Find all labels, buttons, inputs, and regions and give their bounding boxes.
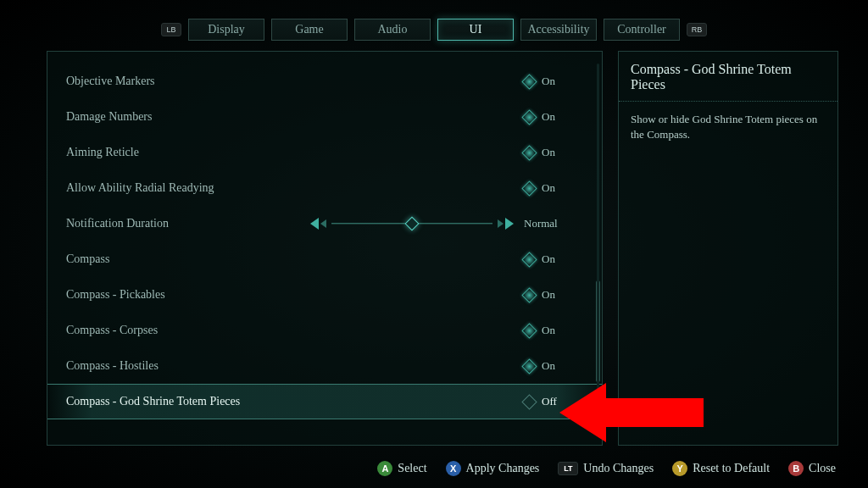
select-label: Select [398,462,426,475]
apply-label: Apply Changes [466,462,540,475]
slider-arrow-left-icon[interactable] [320,219,326,228]
setting-value: On [542,146,555,159]
b-button-icon: B [788,461,804,476]
slider-arrow-right-icon[interactable] [498,219,504,228]
diamond-toggle-icon [521,180,537,196]
x-button-icon: X [446,461,461,476]
apply-changes-prompt[interactable]: X Apply Changes [446,461,540,476]
tab-display[interactable]: Display [188,19,264,41]
setting-label: Compass - Hostiles [66,359,524,373]
setting-value: On [542,75,555,88]
reset-label: Reset to Default [693,462,770,475]
tab-ui[interactable]: UI [437,19,514,41]
undo-label: Undo Changes [583,462,654,475]
toggle-control[interactable]: On [524,359,583,373]
setting-value: On [542,110,555,124]
diamond-toggle-icon [521,394,537,409]
setting-row[interactable]: Aiming ReticleOn [47,135,602,170]
toggle-control[interactable]: On [524,146,583,159]
setting-value: On [542,324,555,337]
undo-changes-prompt[interactable]: LT Undo Changes [558,462,654,475]
setting-label: Aiming Reticle [66,146,524,159]
setting-value: On [542,181,555,195]
tab-accessibility[interactable]: Accessibility [520,19,597,41]
button-prompt-bar: A Select X Apply Changes LT Undo Changes… [0,461,868,476]
setting-row[interactable]: Compass - PickablesOn [47,277,602,313]
slider-thumb-icon[interactable] [405,217,420,231]
lb-bumper-icon[interactable]: LB [161,23,181,36]
setting-row[interactable]: Objective MarkersOn [47,64,602,99]
setting-value: Off [542,395,557,408]
lt-button-icon: LT [558,462,578,475]
toggle-control[interactable]: On [524,324,583,337]
slider-arrow-left-icon[interactable] [310,218,319,230]
setting-label: Compass - Pickables [66,288,524,302]
settings-tab-bar: LB DisplayGameAudioUIAccessibilityContro… [0,19,868,41]
toggle-control[interactable]: On [524,75,583,88]
description-body: Show or hide God Shrine Totem pieces on … [619,102,837,152]
setting-value: On [542,359,555,373]
reset-default-prompt[interactable]: Y Reset to Default [672,461,770,476]
notification-duration-slider[interactable] [310,216,514,231]
setting-label: Allow Ability Radial Readying [66,181,524,195]
setting-row[interactable]: Damage NumbersOn [47,99,602,135]
rb-bumper-icon[interactable]: RB [687,23,707,36]
slider-arrow-right-icon[interactable] [505,218,514,230]
setting-label: Compass - God Shrine Totem Pieces [66,395,524,408]
setting-row[interactable]: Compass - CorpsesOn [47,313,602,348]
setting-label: Notification Duration [66,217,293,230]
setting-row[interactable]: CompassOn [47,241,602,277]
diamond-toggle-icon [521,323,537,338]
toggle-control[interactable]: On [524,288,583,302]
setting-row[interactable]: Allow Ability Radial ReadyingOn [47,170,602,206]
setting-label: Damage Numbers [66,110,524,124]
diamond-toggle-icon [521,109,537,125]
tab-controller[interactable]: Controller [604,19,680,41]
setting-label: Compass - Corpses [66,324,524,337]
close-label: Close [809,462,836,475]
setting-label: Compass [66,252,524,266]
y-button-icon: Y [672,461,687,476]
settings-main: Objective MarkersOnDamage NumbersOnAimin… [47,51,838,446]
close-prompt[interactable]: B Close [788,461,836,476]
setting-value: On [542,252,555,266]
slider-track [331,223,492,225]
setting-row[interactable]: Compass - HostilesOn [47,348,602,384]
toggle-control[interactable]: On [524,110,583,124]
setting-row[interactable]: Compass - God Shrine Totem PiecesOff [47,384,602,419]
description-title: Compass - God Shrine Totem Pieces [619,52,837,102]
diamond-toggle-icon [521,287,537,302]
setting-value: On [542,288,555,302]
a-button-icon: A [377,461,392,476]
settings-list-panel: Objective MarkersOnDamage NumbersOnAimin… [47,51,603,446]
toggle-control[interactable]: On [524,181,583,195]
tab-audio[interactable]: Audio [354,19,431,41]
diamond-toggle-icon [521,358,537,374]
setting-value: Normal [524,217,558,230]
diamond-toggle-icon [521,74,537,89]
setting-label: Objective Markers [66,75,524,88]
tab-game[interactable]: Game [271,19,348,41]
toggle-control[interactable]: Off [524,395,583,408]
description-panel: Compass - God Shrine Totem Pieces Show o… [618,51,838,446]
setting-row[interactable]: Notification DurationNormal [47,206,602,241]
diamond-toggle-icon [521,252,537,267]
diamond-toggle-icon [521,145,537,160]
select-prompt[interactable]: A Select [377,461,426,476]
toggle-control[interactable]: On [524,252,583,266]
scrollbar-thumb[interactable] [596,280,600,382]
